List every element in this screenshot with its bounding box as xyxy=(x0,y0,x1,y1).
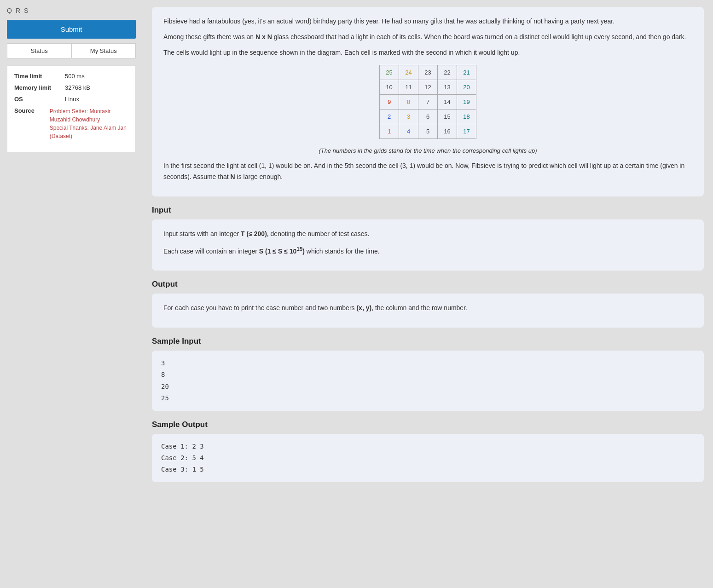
cell-23: 23 xyxy=(418,65,438,80)
problem-intro: Fibsieve had a fantabulous (yes, it's an… xyxy=(163,16,692,27)
memory-limit-row: Memory limit 32768 kB xyxy=(14,84,128,91)
problem-para4: In the first second the light at cell (1… xyxy=(163,161,692,183)
cell-10: 10 xyxy=(380,80,399,95)
source-value: Problem Setter: Muntasir Muzahid Chowdhu… xyxy=(50,107,128,140)
output-text: For each case you have to print the case… xyxy=(163,303,692,314)
cell-11: 11 xyxy=(399,80,418,95)
main-content: Fibsieve had a fantabulous (yes, it's an… xyxy=(143,0,713,588)
problem-para3: The cells would light up in the sequence… xyxy=(163,47,692,58)
nav-r[interactable]: R xyxy=(16,7,20,14)
cell-24: 24 xyxy=(399,65,418,80)
cell-14: 14 xyxy=(438,95,457,110)
grid-caption: (The numbers in the grids stand for the … xyxy=(163,146,692,156)
memory-limit-value: 32768 kB xyxy=(65,84,90,91)
sample-input-title: Sample Input xyxy=(152,337,704,346)
input-text-1: Input starts with an integer T (≤ 200), … xyxy=(163,229,692,240)
spiral-grid-table: 25 24 23 22 21 10 11 12 13 20 9 8 7 xyxy=(379,65,476,139)
cell-12: 12 xyxy=(418,80,438,95)
sample-output-box: Case 1: 2 3 Case 2: 5 4 Case 3: 1 5 xyxy=(152,434,704,483)
submit-button[interactable]: Submit xyxy=(7,20,136,39)
nav-links: Q R S xyxy=(7,7,136,14)
nav-q[interactable]: Q xyxy=(7,7,12,14)
tab-bar: Status My Status xyxy=(7,43,136,58)
cell-7: 7 xyxy=(418,95,438,110)
cell-20: 20 xyxy=(457,80,476,95)
os-row: OS Linux xyxy=(14,96,128,103)
source-label: Source xyxy=(14,107,50,140)
nav-s[interactable]: S xyxy=(24,7,28,14)
cell-19: 19 xyxy=(457,95,476,110)
time-limit-row: Time limit 500 ms xyxy=(14,73,128,80)
input-box: Input starts with an integer T (≤ 200), … xyxy=(152,219,704,271)
source-row: Source Problem Setter: Muntasir Muzahid … xyxy=(14,107,128,140)
cell-9: 9 xyxy=(380,95,399,110)
cell-13: 13 xyxy=(438,80,457,95)
cell-6: 6 xyxy=(418,110,438,124)
cell-17: 17 xyxy=(457,124,476,139)
cell-2: 2 xyxy=(380,110,399,124)
input-title: Input xyxy=(152,206,704,215)
cell-5: 5 xyxy=(418,124,438,139)
sample-output-title: Sample Output xyxy=(152,420,704,429)
memory-limit-label: Memory limit xyxy=(14,84,65,91)
cell-25: 25 xyxy=(380,65,399,80)
sidebar: Q R S Submit Status My Status Time limit… xyxy=(0,0,143,588)
spiral-grid-container: 25 24 23 22 21 10 11 12 13 20 9 8 7 xyxy=(163,65,692,139)
tab-status[interactable]: Status xyxy=(7,44,72,58)
os-value: Linux xyxy=(65,96,79,103)
cell-1: 1 xyxy=(380,124,399,139)
output-title: Output xyxy=(152,280,704,289)
tab-my-status[interactable]: My Status xyxy=(72,44,136,58)
problem-description-box: Fibsieve had a fantabulous (yes, it's an… xyxy=(152,7,704,196)
time-limit-value: 500 ms xyxy=(65,73,85,80)
problem-para2: Among these gifts there was an N x N gla… xyxy=(163,32,692,43)
cell-18: 18 xyxy=(457,110,476,124)
os-label: OS xyxy=(14,96,65,103)
problem-info: Time limit 500 ms Memory limit 32768 kB … xyxy=(7,65,136,152)
output-box: For each case you have to print the case… xyxy=(152,294,704,328)
cell-21: 21 xyxy=(457,65,476,80)
cell-4: 4 xyxy=(399,124,418,139)
cell-15: 15 xyxy=(438,110,457,124)
time-limit-label: Time limit xyxy=(14,73,65,80)
cell-22: 22 xyxy=(438,65,457,80)
input-text-2: Each case will contain an integer S (1 ≤… xyxy=(163,244,692,257)
cell-16: 16 xyxy=(438,124,457,139)
cell-3: 3 xyxy=(399,110,418,124)
sample-input-box: 3 8 20 25 xyxy=(152,351,704,411)
cell-8: 8 xyxy=(399,95,418,110)
